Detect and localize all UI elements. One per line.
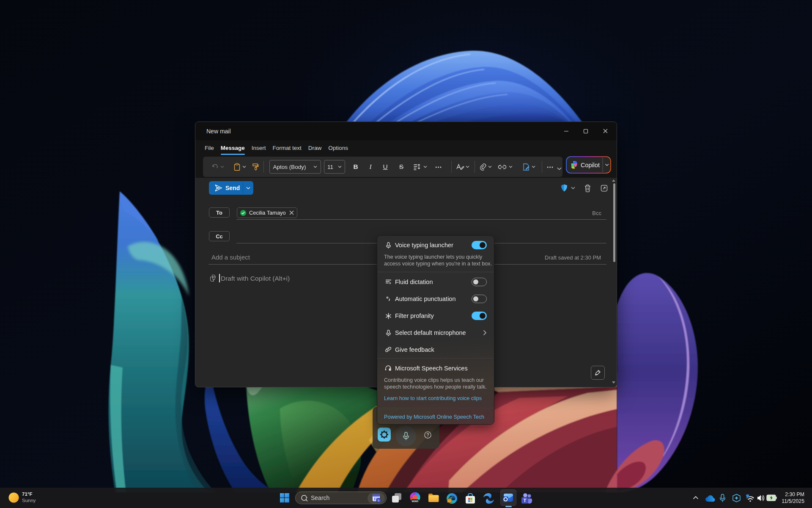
svg-text:M365: M365 bbox=[412, 500, 419, 502]
svg-text:Copilot: Copilot bbox=[581, 162, 600, 168]
svg-text:T: T bbox=[524, 498, 527, 503]
